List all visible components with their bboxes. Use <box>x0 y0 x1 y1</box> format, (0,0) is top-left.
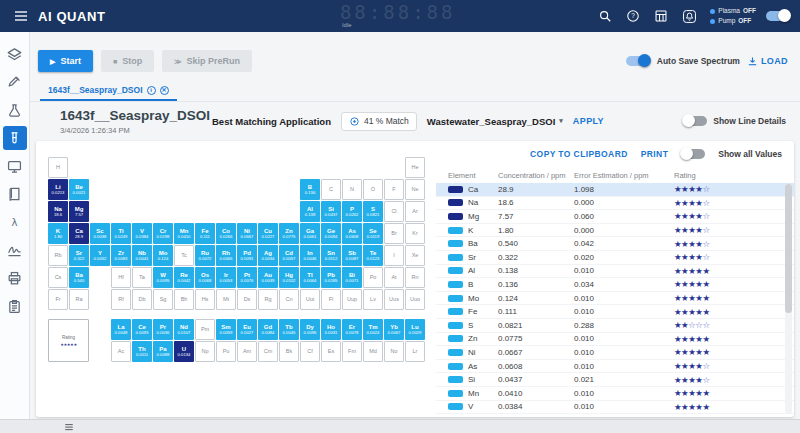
result-row-Ba[interactable]: Ba0.5400.042★★★★☆ <box>436 237 794 251</box>
tab-close-icon[interactable]: ✕ <box>160 86 169 95</box>
sidebar-item-lambda[interactable]: λ <box>3 210 27 234</box>
element-Po[interactable]: Po <box>363 267 383 288</box>
element-Cd[interactable]: Cd0.0057 <box>279 245 299 266</box>
element-Th[interactable]: Th0.0111 <box>132 341 152 362</box>
element-Ir[interactable]: Ir0.0053 <box>216 267 236 288</box>
element-Sn[interactable]: Sn0.0112 <box>321 245 341 266</box>
result-row-Ni[interactable]: Ni0.06670.010★★★★★ <box>436 346 794 360</box>
menu-icon[interactable] <box>10 5 32 27</box>
element-Fm[interactable]: Fm <box>342 341 362 362</box>
result-row-V[interactable]: V0.03840.010★★★★★ <box>436 401 794 415</box>
element-Tm[interactable]: Tm0.0024 <box>363 319 383 340</box>
skip-prerun-button[interactable]: ≫ Skip PreRun <box>162 50 252 72</box>
element-Zr[interactable]: Zr0.0083 <box>111 245 131 266</box>
scrollbar-thumb[interactable] <box>785 184 792 313</box>
element-Ba[interactable]: Ba0.540 <box>69 267 89 288</box>
element-Ta[interactable]: Ta <box>132 267 152 288</box>
element-Es[interactable]: Es <box>321 341 341 362</box>
element-Ce[interactable]: Ce0.0093 <box>132 319 152 340</box>
element-Ag[interactable]: Ag0.0034 <box>258 245 278 266</box>
element-Tl[interactable]: Tl0.0064 <box>300 267 320 288</box>
element-N[interactable]: N <box>342 179 362 200</box>
load-button[interactable]: LOAD <box>747 56 788 67</box>
element-Eu[interactable]: Eu0.0027 <box>237 319 257 340</box>
element-Fr[interactable]: Fr <box>48 289 68 310</box>
result-row-S[interactable]: S0.08210.288★★☆☆☆ <box>436 319 794 333</box>
element-Au[interactable]: Au0.0039 <box>258 267 278 288</box>
element-Ar[interactable]: Ar <box>405 201 425 222</box>
element-Ti[interactable]: Ti0.0249 <box>111 223 131 244</box>
element-Cf[interactable]: Cf <box>300 341 320 362</box>
element-Bh[interactable]: Bh <box>174 289 194 310</box>
application-select[interactable]: Wastewater_Seaspray_DSOI ▾ <box>427 116 563 127</box>
element-Ni[interactable]: Ni0.0667 <box>237 223 257 244</box>
element-H[interactable]: H <box>48 157 68 178</box>
element-Rf[interactable]: Rf <box>111 289 131 310</box>
element-Bk[interactable]: Bk <box>279 341 299 362</box>
element-Uut[interactable]: Uut <box>300 289 320 310</box>
element-Nb[interactable]: Nb0.0041 <box>132 245 152 266</box>
auto-save-spectrum-toggle[interactable] <box>626 56 650 66</box>
start-button[interactable]: ▶ Start <box>38 50 93 72</box>
element-Os[interactable]: Os0.0068 <box>195 267 215 288</box>
element-Sr[interactable]: Sr0.322 <box>69 245 89 266</box>
sidebar-item-dropper[interactable] <box>3 70 27 94</box>
element-Fl[interactable]: Fl <box>321 289 341 310</box>
footer-menu-icon[interactable] <box>64 422 74 432</box>
element-Sb[interactable]: Sb0.0087 <box>342 245 362 266</box>
element-O[interactable]: O <box>363 179 383 200</box>
apply-button[interactable]: APPLY <box>573 116 604 126</box>
result-row-Na[interactable]: Na18.60.000★★★★☆ <box>436 197 794 211</box>
element-Bi[interactable]: Bi0.0071 <box>342 267 362 288</box>
result-row-Sr[interactable]: Sr0.3220.020★★★★☆ <box>436 251 794 265</box>
element-Uus[interactable]: Uus <box>384 289 404 310</box>
element-Kr[interactable]: Kr <box>405 223 425 244</box>
element-At[interactable]: At <box>384 267 404 288</box>
result-row-Mg[interactable]: Mg7.570.060★★★★☆ <box>436 210 794 224</box>
element-Re[interactable]: Re0.0042 <box>174 267 194 288</box>
element-K[interactable]: K1.80 <box>48 223 68 244</box>
element-Pd[interactable]: Pd0.0091 <box>237 245 257 266</box>
element-Rg[interactable]: Rg <box>258 289 278 310</box>
element-Pm[interactable]: Pm <box>195 319 215 340</box>
help-icon[interactable]: ? <box>622 5 644 27</box>
element-Ga[interactable]: Ga0.0061 <box>300 223 320 244</box>
print-button[interactable]: PRINT <box>641 149 669 159</box>
result-row-Zn[interactable]: Zn0.07750.010★★★★★ <box>436 333 794 347</box>
grid-icon[interactable] <box>650 5 672 27</box>
element-B[interactable]: B0.136 <box>300 179 320 200</box>
element-Co[interactable]: Co0.0266 <box>216 223 236 244</box>
element-V[interactable]: V0.0384 <box>132 223 152 244</box>
show-line-details-toggle[interactable] <box>683 116 707 126</box>
element-Mo[interactable]: Mo0.124 <box>153 245 173 266</box>
element-Nd[interactable]: Nd0.0107 <box>174 319 194 340</box>
element-Cs[interactable]: Cs <box>48 267 68 288</box>
result-row-As[interactable]: As0.06080.010★★★★☆ <box>436 360 794 374</box>
element-Si[interactable]: Si0.0437 <box>321 201 341 222</box>
search-icon[interactable] <box>594 5 616 27</box>
element-Sm[interactable]: Sm0.0059 <box>216 319 236 340</box>
element-Ds[interactable]: Ds <box>237 289 257 310</box>
element-Uup[interactable]: Uup <box>342 289 362 310</box>
copy-to-clipboard-button[interactable]: COPY TO CLIPBOARD <box>530 149 628 159</box>
element-He[interactable]: He <box>405 157 425 178</box>
element-Xe[interactable]: Xe <box>405 245 425 266</box>
element-C[interactable]: C <box>321 179 341 200</box>
element-Mn[interactable]: Mn0.0410 <box>174 223 194 244</box>
result-row-Si[interactable]: Si0.04370.021★★★★☆ <box>436 373 794 387</box>
result-row-Mn[interactable]: Mn0.04100.010★★★★★ <box>436 387 794 401</box>
element-Ac[interactable]: Ac <box>111 341 131 362</box>
element-Cl[interactable]: Cl <box>384 201 404 222</box>
element-Be[interactable]: Be0.0021 <box>69 179 89 200</box>
element-Pr[interactable]: Pr0.0036 <box>153 319 173 340</box>
element-Mt[interactable]: Mt <box>216 289 236 310</box>
element-Rh[interactable]: Rh0.0065 <box>216 245 236 266</box>
element-U[interactable]: U0.0134 <box>174 341 194 362</box>
element-Cm[interactable]: Cm <box>258 341 278 362</box>
results-scrollbar[interactable] <box>785 184 792 414</box>
element-In[interactable]: In0.0046 <box>300 245 320 266</box>
element-Cu[interactable]: Cu0.0227 <box>258 223 278 244</box>
header-power-toggle[interactable] <box>766 11 790 21</box>
sidebar-item-display[interactable] <box>3 154 27 178</box>
result-row-Ca[interactable]: Ca28.91.098★★★★☆ <box>436 183 794 197</box>
